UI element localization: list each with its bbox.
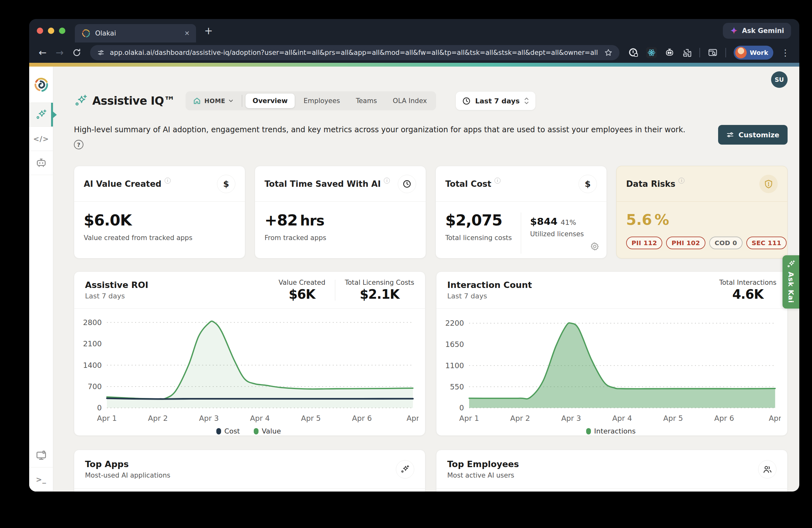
card-title: AI Value Created [84,179,161,189]
page-title: Assistive IQ™ [92,94,175,107]
svg-text:1650: 1650 [445,340,464,349]
section-nav: HOME OverviewEmployeesTeamsOLA Index [186,91,436,111]
svg-text:550: 550 [450,382,464,391]
zoom-window-button[interactable] [59,28,66,34]
customize-button[interactable]: Customize [718,125,787,145]
svg-text:Apr 3: Apr 3 [561,414,581,422]
people-icon [758,460,777,479]
svg-text:1100: 1100 [445,361,464,370]
interactions-chart-legend: Interactions [441,427,781,435]
chat-bot-icon [35,157,47,169]
date-range-label: Last 7 days [475,97,520,105]
date-range-picker[interactable]: Last 7 days [456,92,535,110]
info-icon[interactable]: i [384,178,390,184]
cost-divider [521,212,521,254]
tab-ola-index[interactable]: OLA Index [386,93,434,108]
bottom-cards: Top Apps Most-used AI applications [74,450,787,492]
sidebar-item-assistive-iq[interactable] [29,103,53,127]
utilized-licenses: $844 41% Utilized licenses [530,211,584,258]
card-title: Top Apps [85,459,170,469]
gemini-star-icon [730,27,738,35]
tab-title: Olakai [95,29,116,37]
minimize-window-button[interactable] [48,28,54,34]
close-window-button[interactable] [37,28,43,34]
svg-text:2200: 2200 [445,319,464,327]
browser-menu-icon[interactable]: ⋮ [781,47,790,58]
close-tab-icon[interactable]: ✕ [184,29,190,37]
svg-text:Apr 2: Apr 2 [148,414,168,422]
tab-overview[interactable]: Overview [246,93,295,108]
utilized-percent: 41% [561,219,576,226]
sidebar-logo[interactable] [29,67,53,103]
card-title: Total Cost [445,179,491,189]
url-text: app.olakai.ai/dashboard/assistive-iq/ado… [110,49,599,56]
window-controls [37,28,66,34]
ask-kai-button[interactable]: Ask Kai [783,255,799,309]
reload-button[interactable] [72,48,81,57]
svg-text:Apr 1: Apr 1 [459,414,479,422]
forward-button[interactable]: → [56,48,63,57]
ask-gemini-button[interactable]: Ask Gemini [723,23,791,39]
toolbar-divider-2 [725,48,726,57]
nav-divider [242,95,242,107]
extensions-puzzle-icon[interactable] [682,48,692,57]
svg-text:0: 0 [97,404,102,412]
svg-text:Apr 2: Apr 2 [510,414,530,422]
chart-title: Interaction Count [447,280,532,290]
sidebar-item-code[interactable]: </> [29,127,53,151]
info-icon[interactable]: i [165,178,171,184]
risk-badge: PHI 102 [666,237,706,249]
sidebar-item-terminal[interactable]: >_ [29,467,53,492]
help-icon[interactable]: ? [74,140,84,149]
tab-search-icon[interactable] [708,47,718,58]
legend-item: Interactions [586,427,636,435]
chart-title: Assistive ROI [85,280,148,290]
card-title: Total Time Saved With AI [264,179,381,189]
clock-icon [462,97,471,105]
time-saved-card: Total Time Saved With AI i +82hrs From t… [255,166,426,259]
robot-extension-icon[interactable] [665,47,675,58]
svg-text:Apr 5: Apr 5 [663,414,683,422]
code-icon: </> [33,135,49,143]
password-manager-extension-icon[interactable] [628,47,638,58]
ask-kai-label: Ask Kai [787,272,795,303]
extensions-row: Work ⋮ [628,46,790,60]
toolbar-divider [699,48,700,57]
info-icon[interactable]: i [679,178,684,184]
page-accent-bar [29,63,799,67]
terminal-icon: >_ [36,475,46,484]
sidebar: </> >_ [29,67,53,492]
sidebar-item-bot[interactable] [29,151,53,175]
home-icon [193,97,201,105]
page-header: Assistive IQ™ HOME OverviewEmployeesTeam… [74,91,787,111]
chart-cards: Assistive ROI Last 7 days Value Created$… [74,272,787,436]
metric-subtitle: Value created from tracked apps [84,234,235,241]
user-avatar[interactable]: SU [771,71,787,88]
url-bar[interactable]: app.olakai.ai/dashboard/assistive-iq/ado… [90,45,619,60]
tab-teams[interactable]: Teams [349,93,384,108]
tab-employees[interactable]: Employees [296,93,347,108]
browser-tab[interactable]: Olakai ✕ [75,24,196,43]
risk-badge: SEC 111 [746,237,787,249]
gear-icon[interactable] [590,241,599,252]
info-icon[interactable]: i [494,178,501,184]
new-tab-button[interactable]: + [204,26,213,36]
olakai-favicon-icon [81,29,91,38]
risk-badges: PII 112PHI 102COD 0SEC 111 [626,237,778,249]
chart-stat: Total Licensing Costs$2.1K [345,279,414,302]
home-menu[interactable]: HOME [188,97,238,105]
shield-alert-icon [759,175,778,193]
back-button[interactable]: ← [39,48,47,57]
interaction-count-card: Interaction Count Last 7 days Total Inte… [436,272,787,436]
bookmark-star-icon[interactable] [604,48,612,57]
metric-value: +82hrs [264,211,416,229]
react-devtools-extension-icon[interactable] [646,47,657,58]
licensing-costs: $2,075 Total licensing costs [445,211,512,258]
risk-badge: PII 112 [626,237,662,249]
svg-text:Apr 6: Apr 6 [352,414,372,422]
site-info-icon[interactable] [97,49,105,56]
sidebar-item-device-settings[interactable] [29,443,53,467]
page-description: High-level summary of AI adoption, engag… [74,125,685,135]
profile-chip[interactable]: Work [734,46,773,60]
sparkle-icon [35,109,47,121]
